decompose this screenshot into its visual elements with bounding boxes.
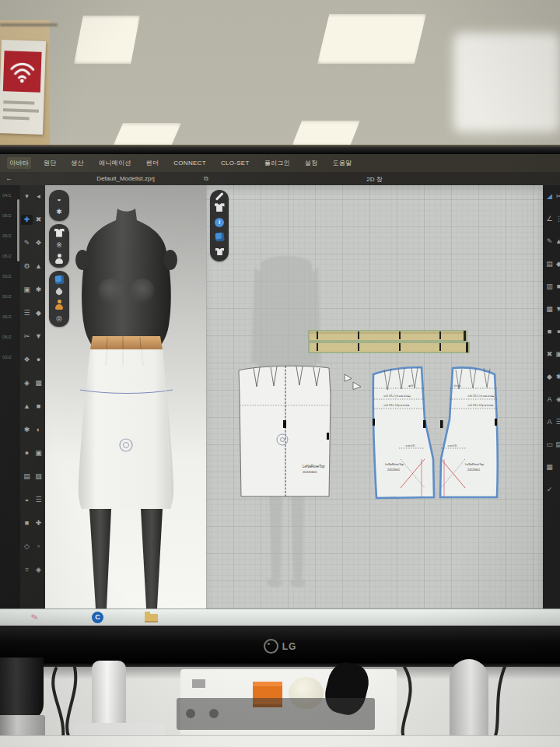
menu-item[interactable]: 애니메이션 xyxy=(96,157,134,169)
library-scrollbar[interactable] xyxy=(17,199,19,261)
tool-icon-3d[interactable]: ▲ xyxy=(21,402,33,412)
menu-item[interactable]: 원단 xyxy=(41,157,59,169)
sign-text-line xyxy=(3,116,30,120)
tool-icon-3d[interactable]: ✱ xyxy=(33,285,44,295)
tool-icon-2d[interactable]: ■ xyxy=(553,282,560,292)
pattern-front-skirt[interactable]: LeNaRoseTop 20220601 xyxy=(239,366,331,496)
menu-item[interactable]: 렌더 xyxy=(144,157,162,169)
tool-icon-3d[interactable]: ☰ xyxy=(21,308,33,318)
tool-icon-3d[interactable]: ▿ xyxy=(21,565,33,575)
tool-icon-2d[interactable]: ⋮ xyxy=(553,214,560,224)
pattern-back-left[interactable]: 봉제 전체 1/8+1 (겉감방향없음) 전체 1/8선 1/2p 방향없음 포… xyxy=(373,367,434,498)
folder-icon[interactable] xyxy=(145,614,158,622)
fabric-icon[interactable] xyxy=(215,233,224,242)
library-row[interactable]: 06/2 xyxy=(0,266,20,286)
tool-icon-3d[interactable]: ● xyxy=(33,355,44,365)
tool-icon-3d[interactable]: ◆ xyxy=(33,308,44,318)
info-icon[interactable]: i xyxy=(215,218,224,227)
view3d-pill-render: ◎ xyxy=(49,271,69,327)
tool-icon-3d[interactable]: ✚ xyxy=(21,215,33,225)
pattern-annotation: 포켓위치 xyxy=(447,444,457,447)
tool-icon-3d[interactable]: ▫ xyxy=(33,542,44,552)
pen-tool-icon[interactable] xyxy=(215,193,223,201)
sync-garment-icon[interactable] xyxy=(215,247,223,254)
mannequin-torso[interactable] xyxy=(75,209,177,349)
table-front-edge xyxy=(0,735,560,747)
tool-icon-2d[interactable]: ▦ xyxy=(544,462,555,472)
menu-item[interactable]: CLO-SET xyxy=(219,158,252,168)
tool-icon-3d[interactable]: ✚ xyxy=(33,518,44,528)
menu-item[interactable]: 도움말 xyxy=(330,157,354,169)
tool-icon-3d[interactable]: ▧ xyxy=(33,472,44,482)
tool-icon-3d[interactable]: ◒ xyxy=(21,495,33,505)
avatar-skin-icon[interactable] xyxy=(54,300,64,310)
tool-icon-3d[interactable]: ❖ xyxy=(33,238,44,248)
tool-icon-3d[interactable]: ● xyxy=(21,448,33,458)
avatar-icon[interactable] xyxy=(54,254,64,264)
tool-icon-2d[interactable]: ✱ xyxy=(553,372,560,382)
pins-icon[interactable]: ※ xyxy=(56,241,62,249)
tool-icon-3d[interactable]: ■ xyxy=(33,402,44,412)
tool-icon-3d[interactable]: ⚙ xyxy=(21,261,33,272)
tool-icon-3d[interactable]: ◇ xyxy=(21,542,33,552)
tool-icon-2d[interactable]: ● xyxy=(553,327,560,337)
tool-icon-3d[interactable]: ▾ xyxy=(21,191,33,202)
avatar-3d-render[interactable] xyxy=(45,185,206,608)
tool-icon-3d[interactable]: ▤ xyxy=(21,472,33,482)
tool-icon-3d[interactable]: ◂ xyxy=(33,191,44,202)
tool-icon-3d[interactable]: ◈ xyxy=(33,565,44,575)
pattern-waistband-strips[interactable] xyxy=(309,331,469,352)
menu-item[interactable]: 생산 xyxy=(69,157,87,169)
tool-icon-3d[interactable]: ◈ xyxy=(21,378,33,388)
library-row[interactable]: 06/2 xyxy=(0,327,20,347)
skirt-3d[interactable] xyxy=(79,349,173,509)
tool-icon-3d[interactable]: ▣ xyxy=(21,285,33,295)
view-mode-icon[interactable]: ✱ xyxy=(56,208,62,216)
menu-item[interactable]: 아바타 xyxy=(7,157,31,169)
tool-icon-3d[interactable]: ✎ xyxy=(21,238,33,248)
tool-icon-3d[interactable]: ✱ xyxy=(21,425,33,435)
tool-icon-3d[interactable]: ❖ xyxy=(21,355,33,365)
tool-icon-3d[interactable]: ☰ xyxy=(33,495,44,505)
feather-icon[interactable] xyxy=(54,287,63,296)
tool-icon-3d[interactable]: ■ xyxy=(21,518,33,528)
tool-icon-3d[interactable]: ▣ xyxy=(33,448,44,458)
tool-icon-2d[interactable]: ◆ xyxy=(553,259,560,269)
tool-icon-2d[interactable]: ◈ xyxy=(553,395,560,405)
menu-item[interactable]: 설정 xyxy=(303,157,320,169)
library-row[interactable]: 06/2 xyxy=(0,307,20,327)
viewport-2d[interactable]: LeNaRoseTop 20220601 xyxy=(206,185,543,608)
skirt-waistband-3d[interactable] xyxy=(90,336,163,349)
tool-icon-2d[interactable]: ✓ xyxy=(544,485,555,495)
toolbar-2d: ◢∠✎▤▥▦■✖◆AA▭▦✓ ✂⋮▲◆■▼●▣✱◈☰▤ xyxy=(543,185,560,608)
tool-icon-2d[interactable]: ▤ xyxy=(553,440,560,450)
library-row[interactable]: 06/2 xyxy=(0,286,20,307)
tool-icon-3d[interactable]: ▲ xyxy=(33,261,44,272)
menu-item[interactable]: 플러그인 xyxy=(262,157,292,169)
library-row[interactable]: 03/2 xyxy=(0,347,20,367)
viewport-3d[interactable]: ◒✱ ※ ◎ xyxy=(45,185,206,608)
tool-icon-3d[interactable]: ◐ xyxy=(33,425,44,435)
tool-icon-2d[interactable]: ▼ xyxy=(553,304,560,314)
back-arrow-icon[interactable]: ← xyxy=(5,174,12,182)
garment-icon[interactable] xyxy=(54,229,65,237)
tab-2d-window[interactable]: 2D 창 xyxy=(206,175,543,184)
clo-app-icon[interactable]: C xyxy=(92,612,103,623)
tool-icon-3d[interactable]: ▦ xyxy=(33,378,44,388)
view-mode-icon[interactable]: ◒ xyxy=(57,195,61,203)
toolbar-3d: ▾✚✎⚙▣☰✂❖◈▲✱●▤◒■◇▿ ◂✖❖▲✱◆▼●▦■◐▣▧☰✚▫◈ xyxy=(20,185,45,608)
tool-icon-3d[interactable]: ✖ xyxy=(33,215,44,225)
tool-icon-3d[interactable]: ▼ xyxy=(33,331,44,342)
globe-icon[interactable]: ◎ xyxy=(56,314,62,322)
pattern-canvas[interactable]: LeNaRoseTop 20220601 xyxy=(206,185,543,608)
menu-item[interactable]: CONNECT xyxy=(171,158,208,168)
pattern-back-right[interactable]: 허리선 전체 1/8+1 (겉감방향없음) 전체 1/8선 1/2p 방향없음 … xyxy=(440,367,498,497)
fabric-cube-icon[interactable] xyxy=(54,275,64,284)
tool-icon-2d[interactable]: ▲ xyxy=(553,237,560,247)
tool-icon-2d[interactable]: ☰ xyxy=(553,417,560,427)
show-garment-icon[interactable] xyxy=(215,203,225,212)
tool-icon-2d[interactable]: ✂ xyxy=(553,191,560,202)
tool-icon-3d[interactable]: ✂ xyxy=(21,331,33,342)
tool-icon-2d[interactable]: ▣ xyxy=(553,349,560,359)
paint-app-icon[interactable]: ✎ xyxy=(30,612,39,623)
